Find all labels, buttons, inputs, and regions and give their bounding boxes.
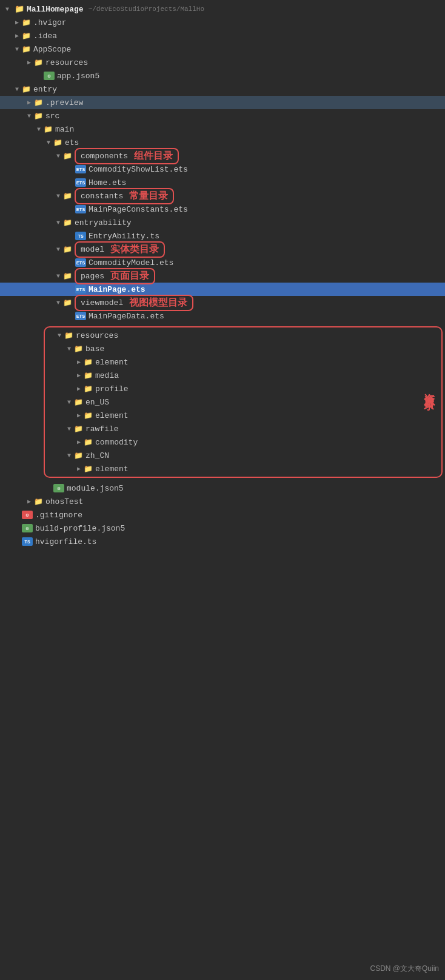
main-arrow [34, 126, 44, 133]
base-element-item[interactable]: 📁 element [45, 355, 417, 369]
profile-label: profile [95, 384, 129, 394]
home-ets-icon: ETS [75, 178, 86, 187]
appscope-item[interactable]: 📁 AppScope [0, 42, 445, 56]
app-json5-item[interactable]: ⚙ app.json5 [0, 69, 445, 82]
idea-item[interactable]: 📁 .idea [0, 29, 445, 42]
project-root-item[interactable]: 📁 MallHomepage ~/devEcoStudioProjects/Ma… [0, 2, 445, 16]
entryability-icon: 📁 [63, 218, 72, 227]
pages-arrow [53, 273, 63, 280]
home-ets-item[interactable]: ETS Home.ets [0, 176, 445, 189]
preview-item[interactable]: 📁 .preview [0, 96, 445, 109]
ohos-test-label: ohosTest [45, 497, 83, 506]
en-us-element-arrow [74, 412, 84, 419]
main-icon: 📁 [44, 125, 53, 134]
base-arrow [64, 346, 74, 352]
module-json5-icon: ⚙ [53, 484, 64, 492]
entry-icon: 📁 [22, 85, 31, 94]
constants-item[interactable]: 📁 constants 常量目录 [0, 189, 445, 203]
main-page-label: MainPage.ets [89, 285, 146, 294]
constants-label: constants [81, 192, 123, 201]
main-page-constants-label: MainPageConstants.ets [89, 205, 188, 214]
idea-label: .idea [33, 32, 57, 41]
components-row-wrapper: 📁 components 组件目录 [0, 149, 445, 163]
pages-item[interactable]: 📁 pages 页面目录 [0, 269, 445, 283]
main-page-data-label: MainPageData.ets [89, 312, 164, 321]
pages-label: pages [81, 272, 104, 281]
file-tree: 📁 MallHomepage ~/devEcoStudioProjects/Ma… [0, 0, 445, 551]
zh-cn-label: zh_CN [85, 451, 109, 460]
en-us-element-item[interactable]: 📁 element [45, 409, 417, 422]
appscope-label: AppScope [33, 45, 71, 54]
en-us-arrow [64, 399, 74, 406]
main-page-data-item[interactable]: ETS MainPageData.ets [0, 309, 445, 323]
zh-cn-element-icon: 📁 [84, 465, 93, 474]
profile-item[interactable]: 📁 profile [45, 382, 417, 395]
src-icon: 📁 [34, 112, 43, 121]
pages-icon: 📁 [63, 272, 72, 281]
model-arrow [53, 246, 63, 253]
profile-icon: 📁 [84, 384, 93, 394]
rawfile-arrow [64, 426, 74, 432]
commodity-model-item[interactable]: ETS CommodityModel.ets [0, 256, 445, 269]
module-json5-label: module.json5 [67, 484, 124, 493]
zh-cn-item[interactable]: 📁 zh_CN [45, 449, 417, 462]
preview-icon: 📁 [34, 98, 43, 107]
model-row-wrapper: 📁 model 实体类目录 [0, 243, 445, 256]
commodity-item[interactable]: 📁 commodity [45, 435, 417, 449]
base-item[interactable]: 📁 base [45, 342, 417, 355]
entry-ability-item[interactable]: TS EntryAbility.ts [0, 229, 445, 243]
base-element-label: element [95, 358, 129, 367]
entryability-label: entryability [75, 218, 132, 227]
src-arrow [24, 113, 34, 119]
module-json5-item[interactable]: ⚙ module.json5 [0, 482, 445, 495]
gitignore-item[interactable]: ⚙ .gitignore [0, 508, 445, 522]
hvigor-item[interactable]: 📁 .hvigor [0, 16, 445, 29]
commodity-show-list-icon: ETS [75, 165, 86, 173]
main-item[interactable]: 📁 main [0, 122, 445, 136]
en-us-element-label: element [95, 411, 129, 420]
entryability-item[interactable]: 📁 entryability [0, 216, 445, 229]
model-box: model 实体类目录 [75, 241, 165, 258]
profile-arrow [74, 385, 84, 392]
en-us-item[interactable]: 📁 en_US [45, 395, 417, 409]
resources-item[interactable]: 📁 resources [45, 329, 417, 342]
zh-cn-arrow [64, 452, 74, 459]
model-item[interactable]: 📁 model 实体类目录 [0, 243, 445, 256]
rawfile-label: rawfile [85, 425, 119, 434]
root-arrow [2, 6, 12, 13]
en-us-label: en_US [85, 398, 109, 407]
commodity-label: commodity [95, 438, 138, 447]
viewmodel-item[interactable]: 📁 viewmodel 视图模型目录 [0, 296, 445, 309]
build-profile-icon: ⚙ [22, 524, 33, 532]
hvigorfile-label: hvigorfile.ts [35, 537, 96, 546]
ets-label: ets [65, 138, 79, 147]
components-item[interactable]: 📁 components 组件目录 [0, 149, 445, 163]
zh-cn-icon: 📁 [74, 451, 83, 460]
ets-icon: 📁 [53, 138, 62, 147]
ohos-test-item[interactable]: 📁 ohosTest [0, 495, 445, 508]
rawfile-item[interactable]: 📁 rawfile [45, 422, 417, 435]
ohos-test-icon: 📁 [34, 497, 43, 506]
idea-icon: 📁 [22, 32, 31, 41]
commodity-show-list-item[interactable]: ETS CommodityShowList.ets [0, 163, 445, 176]
resources-icon: 📁 [64, 331, 73, 340]
entry-item[interactable]: 📁 entry [0, 82, 445, 96]
entry-ability-icon: TS [75, 232, 86, 240]
ets-item[interactable]: 📁 ets [0, 136, 445, 149]
main-page-item[interactable]: ETS MainPage.ets [0, 283, 445, 296]
resources-group-box: 📁 resources 📁 base 📁 element [44, 326, 443, 478]
idea-arrow [12, 32, 22, 39]
main-page-constants-item[interactable]: ETS MainPageConstants.ets [0, 203, 445, 216]
en-us-icon: 📁 [74, 398, 83, 407]
components-box: components 组件目录 [75, 148, 179, 164]
zh-cn-element-item[interactable]: 📁 element [45, 462, 417, 475]
src-item[interactable]: 📁 src [0, 109, 445, 122]
appscope-resources-item[interactable]: 📁 resources [0, 56, 445, 69]
hvigorfile-item[interactable]: TS hvigorfile.ts [0, 535, 445, 548]
ets-arrow [44, 139, 53, 146]
src-label: src [45, 112, 59, 121]
viewmodel-icon: 📁 [63, 298, 72, 307]
media-item[interactable]: 📁 media [45, 369, 417, 382]
pages-annotation: 页面目录 [110, 270, 149, 283]
build-profile-item[interactable]: ⚙ build-profile.json5 [0, 522, 445, 535]
